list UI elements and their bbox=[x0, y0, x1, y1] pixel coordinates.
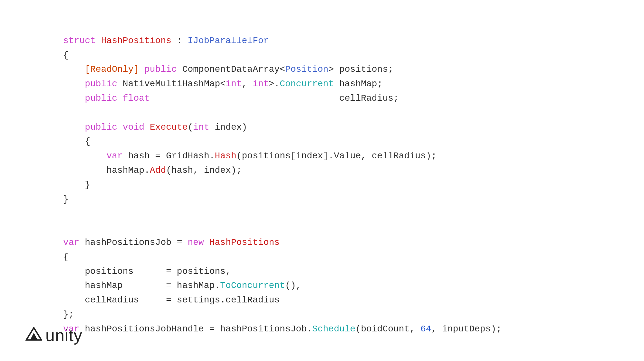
code-container: struct HashPositions : IJobParallelFor {… bbox=[0, 0, 644, 337]
code-line-11: hashMap.Add(hash, index); bbox=[63, 163, 644, 178]
code-line-16: var hashPositionsJob = new HashPositions bbox=[63, 236, 644, 250]
code-line-7 bbox=[63, 106, 644, 120]
code-line-9: { bbox=[63, 134, 644, 149]
code-line-22: var hashPositionsJobHandle = hashPositio… bbox=[63, 322, 644, 337]
svg-marker-1 bbox=[30, 333, 38, 340]
unity-logo-icon bbox=[25, 327, 42, 344]
code-line-10: var hash = GridHash.Hash(positions[index… bbox=[63, 149, 644, 163]
code-line-6: public float cellRadius; bbox=[63, 91, 644, 106]
code-line-13: } bbox=[63, 192, 644, 207]
code-line-18: positions = positions, bbox=[63, 264, 644, 279]
code-line-3: { bbox=[63, 48, 644, 63]
code-line-21: }; bbox=[63, 308, 644, 322]
code-line-5: public NativeMultiHashMap<int, int>.Conc… bbox=[63, 77, 644, 91]
unity-logo: unity bbox=[25, 322, 82, 349]
code-line-1 bbox=[63, 19, 644, 34]
code-line-15 bbox=[63, 221, 644, 236]
code-line-17: { bbox=[63, 250, 644, 264]
unity-logo-text: unity bbox=[45, 322, 82, 349]
code-line-2: struct HashPositions : IJobParallelFor bbox=[63, 34, 644, 48]
code-line-19: hashMap = hashMap.ToConcurrent(), bbox=[63, 279, 644, 293]
code-line-12: } bbox=[63, 178, 644, 192]
code-line-4: [ReadOnly] public ComponentDataArray<Pos… bbox=[63, 62, 644, 77]
code-line-20: cellRadius = settings.cellRadius bbox=[63, 293, 644, 308]
code-line-8: public void Execute(int index) bbox=[63, 120, 644, 135]
code-line-14 bbox=[63, 207, 644, 221]
